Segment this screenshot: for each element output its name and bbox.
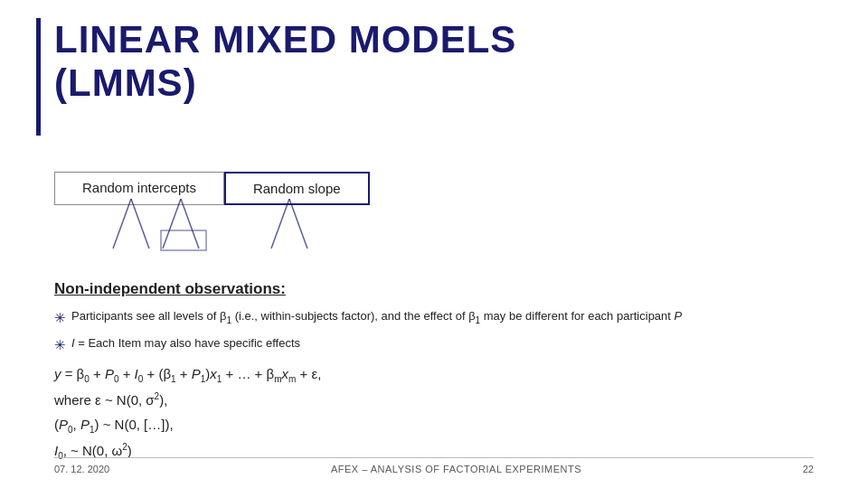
svg-line-3 [181, 199, 199, 249]
formula-block: y = β0 + P0 + I0 + (β1 + P1)x1 + … + βmx… [54, 361, 321, 465]
bullet-text-1: Participants see all levels of β1 (i.e.,… [71, 307, 682, 327]
tab-random-intercepts-label: Random intercepts [82, 180, 196, 195]
list-item: ✳ Participants see all levels of β1 (i.e… [54, 307, 823, 329]
tab-random-slope-label: Random slope [253, 181, 341, 196]
section-heading: Non-independent observations: [54, 280, 286, 298]
list-item: ✳ I = Each Item may also have specific e… [54, 334, 823, 356]
svg-line-5 [289, 199, 307, 249]
title-line1: LINEAR MIXED MODELS [54, 18, 516, 61]
formula-line-3: (P0, P1) ~ N(0, […]), [54, 412, 321, 438]
arrows-decoration [54, 199, 398, 271]
page-title: LINEAR MIXED MODELS (LMMS) [54, 18, 516, 106]
footer: 07. 12. 2020 AFEX – ANALYSIS OF FACTORIA… [54, 457, 814, 474]
bullet-text-2: I = Each Item may also have specific eff… [71, 334, 300, 352]
accent-bar [36, 18, 41, 136]
bullet-star-1: ✳ [54, 308, 66, 329]
svg-line-1 [131, 199, 149, 249]
formula-line-2: where ε ~ N(0, σ2), [54, 388, 321, 412]
bullet-list: ✳ Participants see all levels of β1 (i.e… [54, 307, 823, 361]
bullet-star-2: ✳ [54, 335, 66, 356]
svg-line-4 [271, 199, 289, 249]
svg-line-0 [113, 199, 131, 249]
footer-date: 07. 12. 2020 [54, 464, 109, 474]
title-line2: (LMMS) [54, 61, 516, 105]
formula-line-1: y = β0 + P0 + I0 + (β1 + P1)x1 + … + βmx… [54, 361, 321, 388]
footer-center: AFEX – ANALYSIS OF FACTORIAL EXPERIMENTS [331, 464, 581, 474]
footer-page: 22 [803, 464, 814, 474]
svg-line-2 [163, 199, 181, 249]
